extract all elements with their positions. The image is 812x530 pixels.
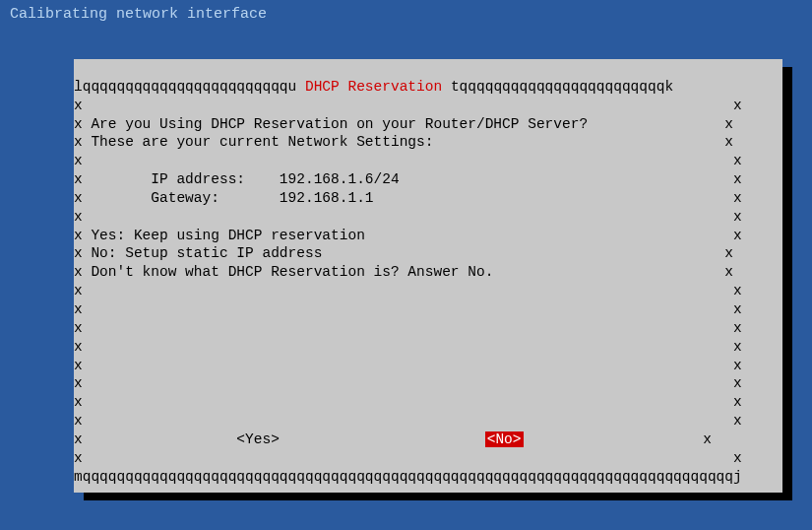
settings-intro-row: x These are your current Network Setting…: [74, 133, 782, 152]
border-row: x x: [74, 319, 782, 338]
ip-value: 192.168.1.6/24: [280, 171, 400, 187]
yes-button[interactable]: <Yes>: [236, 431, 280, 447]
gateway-label: Gateway:: [91, 190, 279, 206]
ip-label: IP address:: [91, 171, 279, 187]
border-row: x x: [74, 357, 782, 375]
border-top: lqqqqqqqqqqqqqqqqqqqqqqqqu DHCP Reservat…: [74, 78, 782, 97]
border-bottom: mqqqqqqqqqqqqqqqqqqqqqqqqqqqqqqqqqqqqqqq…: [74, 468, 782, 487]
dontknow-text: Don't know what DHCP Reservation is? Ans…: [91, 264, 493, 280]
page-header: Calibrating network interface: [0, 0, 812, 29]
no-desc-row: x No: Setup static IP address x: [74, 244, 782, 263]
gateway-row: x Gateway: 192.168.1.1 x: [74, 189, 782, 208]
yes-desc-text: Yes: Keep using DHCP reservation: [91, 228, 364, 243]
border-row: x x: [74, 412, 782, 431]
question-text: Are you Using DHCP Reservation on your R…: [91, 116, 588, 132]
header-title: Calibrating network interface: [10, 6, 267, 23]
question-row: x Are you Using DHCP Reservation on your…: [74, 115, 782, 134]
dialog-title: DHCP Reservation: [305, 79, 442, 95]
ip-row: x IP address: 192.168.1.6/24 x: [74, 170, 782, 189]
border-row: x x: [74, 97, 782, 115]
border-row: x x: [74, 449, 782, 468]
dialog-content: lqqqqqqqqqqqqqqqqqqqqqqqqu DHCP Reservat…: [74, 78, 782, 487]
border-row: x x: [74, 338, 782, 357]
border-row: x x: [74, 208, 782, 227]
border-row: x x: [74, 374, 782, 393]
settings-intro-text: These are your current Network Settings:: [91, 134, 433, 150]
yes-desc-row: x Yes: Keep using DHCP reservation x: [74, 227, 782, 245]
no-desc-text: No: Setup static IP address: [91, 245, 322, 261]
border-row: x x: [74, 282, 782, 300]
border-row: x x: [74, 393, 782, 412]
gateway-value: 192.168.1.1: [280, 190, 374, 206]
button-row: x <Yes> <No> x: [74, 431, 782, 449]
no-button[interactable]: <No>: [485, 431, 524, 447]
dontknow-row: x Don't know what DHCP Reservation is? A…: [74, 263, 782, 282]
border-row: x x: [74, 300, 782, 319]
border-row: x x: [74, 152, 782, 170]
dhcp-dialog: lqqqqqqqqqqqqqqqqqqqqqqqqu DHCP Reservat…: [74, 59, 782, 493]
